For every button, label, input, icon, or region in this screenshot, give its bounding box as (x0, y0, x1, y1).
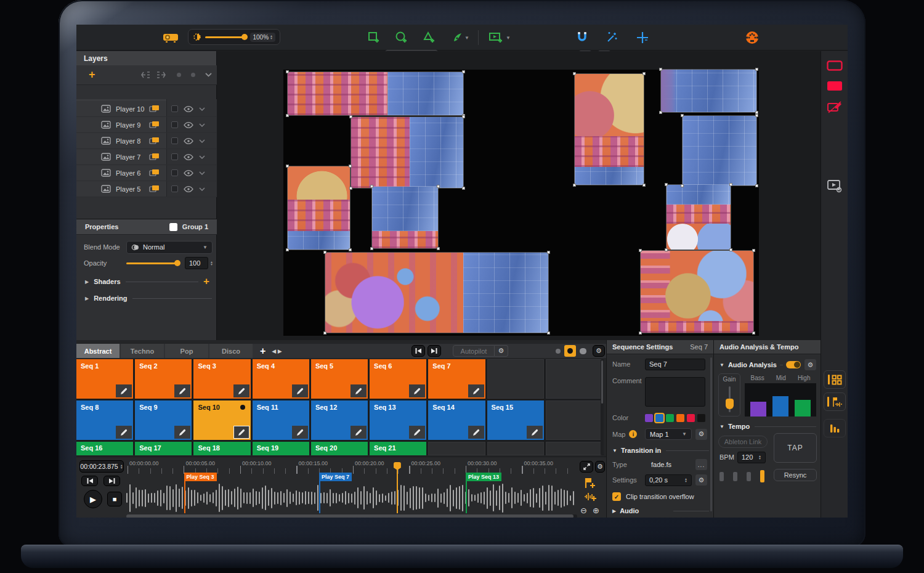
edit-sequence-button[interactable] (116, 426, 132, 439)
midi-icon[interactable] (743, 28, 761, 47)
player-output-icon[interactable] (149, 169, 160, 177)
settings-scrollbar[interactable] (710, 357, 712, 511)
layer-row-player[interactable]: Player 7 (76, 149, 217, 165)
opacity-slider[interactable] (126, 262, 179, 264)
quad-corner-handle[interactable] (437, 185, 440, 188)
sequence-cell[interactable]: Seq 2 (135, 359, 192, 399)
quad-corner-handle[interactable] (642, 72, 646, 75)
player-output-icon[interactable] (149, 153, 160, 161)
edit-sequence-button[interactable] (174, 384, 190, 397)
mapping-canvas[interactable] (283, 70, 759, 336)
quad-corner-handle[interactable] (462, 115, 465, 118)
audio-analysis-section[interactable]: ▼ Audio Analysis ⚙ (714, 359, 821, 370)
clip-overflow-checkbox[interactable]: ✓ (612, 492, 621, 501)
player-output-icon[interactable] (149, 185, 160, 193)
shaders-row[interactable]: ▶ Shaders + (76, 274, 217, 289)
quad-corner-handle[interactable] (755, 184, 758, 187)
mapping-quad[interactable] (683, 116, 756, 185)
mapping-quad[interactable] (372, 187, 438, 248)
stop-button[interactable]: ■ (107, 492, 122, 506)
quad-corner-handle[interactable] (286, 114, 289, 117)
output-brightness-control[interactable]: 100%▲▼ (188, 29, 280, 45)
player-eye-icon[interactable] (184, 138, 193, 144)
quad-corner-handle[interactable] (286, 70, 289, 73)
timecode-display[interactable]: 00:00:23.875▲▼ (79, 460, 124, 473)
edit-sequence-button[interactable] (527, 426, 543, 439)
quad-corner-handle[interactable] (681, 114, 684, 117)
sequence-tab-pop[interactable]: Pop (165, 344, 208, 358)
sequence-tab-techno[interactable]: Techno (121, 344, 164, 358)
player-eye-icon[interactable] (184, 186, 193, 192)
quad-corner-handle[interactable] (639, 249, 642, 252)
add-layer-button[interactable]: + (89, 68, 95, 81)
player-color-chip[interactable] (171, 185, 178, 192)
color-swatch[interactable] (676, 414, 684, 422)
sequence-marker-label[interactable]: Play Seq 7 (319, 473, 352, 481)
quad-corner-handle[interactable] (659, 68, 662, 71)
crosshair-tool[interactable] (633, 28, 652, 47)
add-shader-button[interactable]: + (203, 275, 209, 288)
type-browse-button[interactable]: ... (695, 459, 707, 470)
collapse-all-chevron[interactable] (205, 73, 212, 77)
move-layer-up-icon[interactable] (156, 71, 166, 79)
map-dropdown[interactable]: Map 1▼ (645, 428, 692, 440)
magnet-snap-tool[interactable] (573, 28, 591, 47)
quad-corner-handle[interactable] (437, 247, 440, 250)
quad-corner-handle[interactable] (681, 184, 684, 187)
quad-corner-handle[interactable] (729, 183, 732, 186)
timeline-settings-gear[interactable]: ⚙ (595, 461, 605, 473)
pen-tool-dropdown-caret[interactable]: ▼ (464, 35, 469, 41)
add-tab-button[interactable]: + (254, 344, 272, 358)
edit-sequence-button[interactable] (468, 384, 484, 397)
add-triangle-tool[interactable] (420, 28, 439, 47)
mapping-quad[interactable] (351, 117, 463, 188)
sequence-cell[interactable]: Seq 10 (193, 400, 250, 440)
player-eye-icon[interactable] (184, 106, 193, 112)
color-swatch[interactable] (645, 414, 653, 422)
timeline-scrollbar[interactable] (126, 514, 577, 518)
quad-corner-handle[interactable] (323, 331, 326, 335)
quad-corner-handle[interactable] (752, 249, 755, 252)
magic-wand-tool[interactable] (602, 28, 621, 47)
output-window-outline-icon[interactable] (827, 60, 843, 71)
grid-scrollbar[interactable] (601, 359, 604, 455)
audio-analysis-gear[interactable]: ⚙ (804, 359, 816, 370)
quad-corner-handle[interactable] (323, 251, 326, 254)
preview-dot-large[interactable] (580, 348, 586, 354)
sequence-cell[interactable]: Seq 11 (253, 400, 309, 440)
layer-row-player[interactable]: Player 9 (76, 117, 217, 133)
sequence-cell[interactable]: Seq 21 (370, 442, 426, 455)
bpm-input[interactable]: 120▲▼ (737, 452, 766, 463)
player-chevron[interactable] (199, 187, 205, 191)
add-player-dropdown-caret[interactable]: ▼ (506, 35, 511, 41)
brightness-slider[interactable] (205, 36, 246, 38)
edit-sequence-button[interactable] (409, 426, 425, 439)
transition-duration-input[interactable]: 0,20 s▲▼ (645, 474, 692, 486)
sequence-cell[interactable]: Seq 14 (428, 400, 485, 440)
sequence-marker-label[interactable]: Play Seq 3 (184, 473, 217, 481)
sequence-tab-abstract[interactable]: Abstract (76, 344, 120, 358)
rendering-row[interactable]: ▶ Rendering (76, 291, 217, 306)
sequence-cell[interactable]: Seq 12 (311, 400, 368, 440)
autopilot-control[interactable]: Autopilot ⚙ (453, 345, 508, 357)
player-color-chip[interactable] (171, 137, 178, 144)
player-chevron[interactable] (199, 123, 205, 127)
quad-corner-handle[interactable] (547, 331, 550, 335)
brightness-value[interactable]: 100%▲▼ (250, 33, 275, 42)
tempo-section[interactable]: ▼ Tempo (714, 423, 821, 430)
audio-analysis-panel-toggle[interactable] (824, 419, 846, 437)
edit-sequence-button[interactable] (292, 426, 308, 439)
quad-corner-handle[interactable] (729, 248, 732, 251)
player-chevron[interactable] (199, 139, 205, 143)
resync-button[interactable]: Resync (774, 469, 817, 481)
quad-corner-handle[interactable] (349, 187, 352, 190)
sequence-cell[interactable]: Seq 19 (253, 442, 309, 455)
group-visibility-dot[interactable] (191, 73, 195, 77)
edit-sequence-button[interactable] (468, 426, 484, 439)
clip-overflow-row[interactable]: ✓ Clip transition overflow (607, 492, 714, 501)
name-input[interactable]: Seq 7 (645, 359, 705, 370)
player-output-icon[interactable] (149, 105, 160, 113)
sequence-marker-label[interactable]: Play Seq 13 (466, 473, 501, 481)
sequence-cell[interactable]: Seq 13 (370, 400, 426, 440)
edit-sequence-button[interactable] (409, 384, 425, 397)
